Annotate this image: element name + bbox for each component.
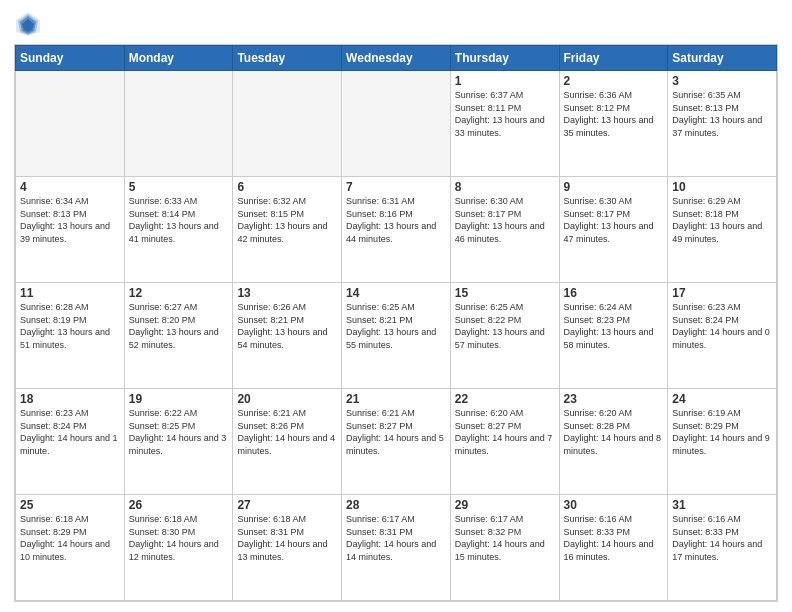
- day-info: Sunrise: 6:27 AM Sunset: 8:20 PM Dayligh…: [129, 301, 229, 351]
- day-number: 8: [455, 180, 555, 194]
- calendar-table: Sunday Monday Tuesday Wednesday Thursday…: [15, 45, 777, 601]
- day-info: Sunrise: 6:26 AM Sunset: 8:21 PM Dayligh…: [237, 301, 337, 351]
- calendar: Sunday Monday Tuesday Wednesday Thursday…: [14, 44, 778, 602]
- day-number: 19: [129, 392, 229, 406]
- day-number: 10: [672, 180, 772, 194]
- day-cell: 11Sunrise: 6:28 AM Sunset: 8:19 PM Dayli…: [16, 283, 125, 389]
- day-info: Sunrise: 6:18 AM Sunset: 8:29 PM Dayligh…: [20, 513, 120, 563]
- day-info: Sunrise: 6:25 AM Sunset: 8:22 PM Dayligh…: [455, 301, 555, 351]
- day-number: 12: [129, 286, 229, 300]
- day-cell: 30Sunrise: 6:16 AM Sunset: 8:33 PM Dayli…: [559, 495, 668, 601]
- day-info: Sunrise: 6:20 AM Sunset: 8:28 PM Dayligh…: [564, 407, 664, 457]
- day-number: 28: [346, 498, 446, 512]
- day-cell: [16, 71, 125, 177]
- day-info: Sunrise: 6:25 AM Sunset: 8:21 PM Dayligh…: [346, 301, 446, 351]
- day-number: 15: [455, 286, 555, 300]
- day-info: Sunrise: 6:29 AM Sunset: 8:18 PM Dayligh…: [672, 195, 772, 245]
- day-cell: [124, 71, 233, 177]
- day-cell: 25Sunrise: 6:18 AM Sunset: 8:29 PM Dayli…: [16, 495, 125, 601]
- day-info: Sunrise: 6:34 AM Sunset: 8:13 PM Dayligh…: [20, 195, 120, 245]
- day-number: 5: [129, 180, 229, 194]
- day-number: 24: [672, 392, 772, 406]
- day-info: Sunrise: 6:21 AM Sunset: 8:27 PM Dayligh…: [346, 407, 446, 457]
- day-cell: 3Sunrise: 6:35 AM Sunset: 8:13 PM Daylig…: [668, 71, 777, 177]
- col-tuesday: Tuesday: [233, 46, 342, 71]
- col-friday: Friday: [559, 46, 668, 71]
- day-number: 3: [672, 74, 772, 88]
- day-cell: 24Sunrise: 6:19 AM Sunset: 8:29 PM Dayli…: [668, 389, 777, 495]
- day-cell: 31Sunrise: 6:16 AM Sunset: 8:33 PM Dayli…: [668, 495, 777, 601]
- day-number: 30: [564, 498, 664, 512]
- day-number: 27: [237, 498, 337, 512]
- day-cell: 26Sunrise: 6:18 AM Sunset: 8:30 PM Dayli…: [124, 495, 233, 601]
- day-number: 20: [237, 392, 337, 406]
- day-info: Sunrise: 6:22 AM Sunset: 8:25 PM Dayligh…: [129, 407, 229, 457]
- day-cell: 19Sunrise: 6:22 AM Sunset: 8:25 PM Dayli…: [124, 389, 233, 495]
- day-info: Sunrise: 6:23 AM Sunset: 8:24 PM Dayligh…: [672, 301, 772, 351]
- day-info: Sunrise: 6:24 AM Sunset: 8:23 PM Dayligh…: [564, 301, 664, 351]
- calendar-week-5: 25Sunrise: 6:18 AM Sunset: 8:29 PM Dayli…: [16, 495, 777, 601]
- day-number: 6: [237, 180, 337, 194]
- col-thursday: Thursday: [450, 46, 559, 71]
- day-number: 18: [20, 392, 120, 406]
- calendar-week-1: 1Sunrise: 6:37 AM Sunset: 8:11 PM Daylig…: [16, 71, 777, 177]
- header: [14, 10, 778, 38]
- day-number: 31: [672, 498, 772, 512]
- day-info: Sunrise: 6:17 AM Sunset: 8:32 PM Dayligh…: [455, 513, 555, 563]
- day-cell: 13Sunrise: 6:26 AM Sunset: 8:21 PM Dayli…: [233, 283, 342, 389]
- day-info: Sunrise: 6:18 AM Sunset: 8:30 PM Dayligh…: [129, 513, 229, 563]
- day-number: 13: [237, 286, 337, 300]
- calendar-week-2: 4Sunrise: 6:34 AM Sunset: 8:13 PM Daylig…: [16, 177, 777, 283]
- day-info: Sunrise: 6:28 AM Sunset: 8:19 PM Dayligh…: [20, 301, 120, 351]
- day-cell: 28Sunrise: 6:17 AM Sunset: 8:31 PM Dayli…: [342, 495, 451, 601]
- day-number: 1: [455, 74, 555, 88]
- day-number: 22: [455, 392, 555, 406]
- day-cell: 21Sunrise: 6:21 AM Sunset: 8:27 PM Dayli…: [342, 389, 451, 495]
- col-monday: Monday: [124, 46, 233, 71]
- day-number: 7: [346, 180, 446, 194]
- day-cell: 1Sunrise: 6:37 AM Sunset: 8:11 PM Daylig…: [450, 71, 559, 177]
- col-saturday: Saturday: [668, 46, 777, 71]
- day-number: 26: [129, 498, 229, 512]
- day-cell: 4Sunrise: 6:34 AM Sunset: 8:13 PM Daylig…: [16, 177, 125, 283]
- day-cell: 9Sunrise: 6:30 AM Sunset: 8:17 PM Daylig…: [559, 177, 668, 283]
- day-info: Sunrise: 6:30 AM Sunset: 8:17 PM Dayligh…: [564, 195, 664, 245]
- day-info: Sunrise: 6:16 AM Sunset: 8:33 PM Dayligh…: [672, 513, 772, 563]
- day-cell: 10Sunrise: 6:29 AM Sunset: 8:18 PM Dayli…: [668, 177, 777, 283]
- day-info: Sunrise: 6:16 AM Sunset: 8:33 PM Dayligh…: [564, 513, 664, 563]
- day-cell: 18Sunrise: 6:23 AM Sunset: 8:24 PM Dayli…: [16, 389, 125, 495]
- day-cell: [342, 71, 451, 177]
- logo: [14, 10, 46, 38]
- day-number: 2: [564, 74, 664, 88]
- day-cell: 23Sunrise: 6:20 AM Sunset: 8:28 PM Dayli…: [559, 389, 668, 495]
- day-number: 9: [564, 180, 664, 194]
- logo-icon: [14, 10, 42, 38]
- calendar-week-3: 11Sunrise: 6:28 AM Sunset: 8:19 PM Dayli…: [16, 283, 777, 389]
- day-number: 17: [672, 286, 772, 300]
- calendar-header-row: Sunday Monday Tuesday Wednesday Thursday…: [16, 46, 777, 71]
- day-info: Sunrise: 6:30 AM Sunset: 8:17 PM Dayligh…: [455, 195, 555, 245]
- day-info: Sunrise: 6:33 AM Sunset: 8:14 PM Dayligh…: [129, 195, 229, 245]
- calendar-week-4: 18Sunrise: 6:23 AM Sunset: 8:24 PM Dayli…: [16, 389, 777, 495]
- day-cell: 14Sunrise: 6:25 AM Sunset: 8:21 PM Dayli…: [342, 283, 451, 389]
- day-cell: 7Sunrise: 6:31 AM Sunset: 8:16 PM Daylig…: [342, 177, 451, 283]
- day-cell: 6Sunrise: 6:32 AM Sunset: 8:15 PM Daylig…: [233, 177, 342, 283]
- page: Sunday Monday Tuesday Wednesday Thursday…: [0, 0, 792, 612]
- day-cell: 5Sunrise: 6:33 AM Sunset: 8:14 PM Daylig…: [124, 177, 233, 283]
- day-info: Sunrise: 6:37 AM Sunset: 8:11 PM Dayligh…: [455, 89, 555, 139]
- day-info: Sunrise: 6:21 AM Sunset: 8:26 PM Dayligh…: [237, 407, 337, 457]
- day-number: 21: [346, 392, 446, 406]
- day-info: Sunrise: 6:20 AM Sunset: 8:27 PM Dayligh…: [455, 407, 555, 457]
- day-number: 4: [20, 180, 120, 194]
- day-info: Sunrise: 6:18 AM Sunset: 8:31 PM Dayligh…: [237, 513, 337, 563]
- day-info: Sunrise: 6:36 AM Sunset: 8:12 PM Dayligh…: [564, 89, 664, 139]
- day-cell: 20Sunrise: 6:21 AM Sunset: 8:26 PM Dayli…: [233, 389, 342, 495]
- day-number: 14: [346, 286, 446, 300]
- day-info: Sunrise: 6:19 AM Sunset: 8:29 PM Dayligh…: [672, 407, 772, 457]
- day-cell: 22Sunrise: 6:20 AM Sunset: 8:27 PM Dayli…: [450, 389, 559, 495]
- day-cell: 12Sunrise: 6:27 AM Sunset: 8:20 PM Dayli…: [124, 283, 233, 389]
- day-cell: [233, 71, 342, 177]
- day-info: Sunrise: 6:23 AM Sunset: 8:24 PM Dayligh…: [20, 407, 120, 457]
- day-number: 16: [564, 286, 664, 300]
- col-sunday: Sunday: [16, 46, 125, 71]
